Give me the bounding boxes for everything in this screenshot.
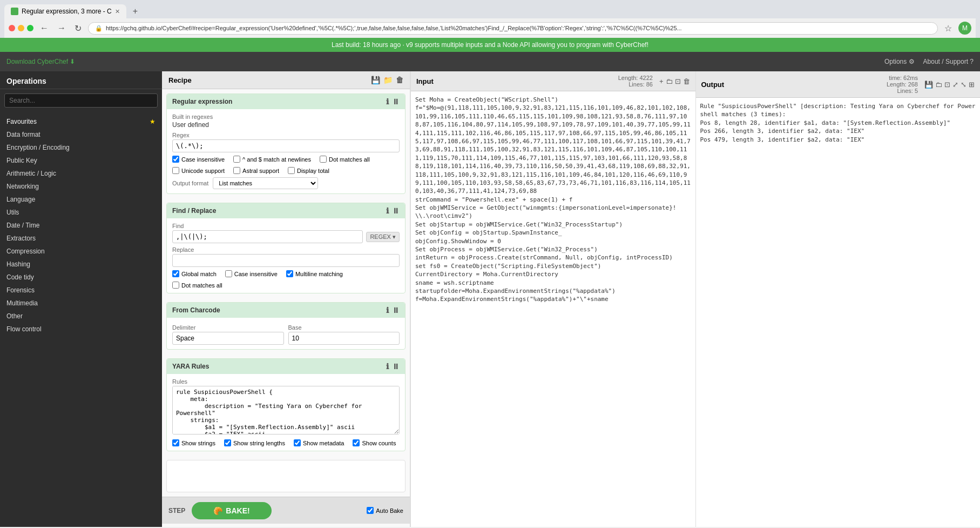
checkbox-newlines-input[interactable] (233, 156, 240, 163)
output-maximize-icon[interactable]: ⊞ (969, 81, 975, 89)
maximize-window-button[interactable] (27, 25, 33, 31)
profile-button[interactable]: M (958, 22, 971, 35)
minimize-window-button[interactable] (18, 25, 24, 31)
new-tab-button[interactable]: + (129, 4, 142, 18)
sidebar-item-extractors[interactable]: Extractors (0, 232, 162, 245)
op-block-find-replace-content: Find REGEX ▾ Replace Global match (167, 218, 405, 293)
regex-badge[interactable]: REGEX ▾ (366, 232, 400, 242)
checkbox-show-metadata-input[interactable] (294, 439, 301, 446)
sidebar-item-flow-control[interactable]: Flow control (0, 323, 162, 336)
op-yara-info-icon[interactable]: ℹ (386, 362, 389, 371)
main-panel: Recipe 💾 📁 🗑 Regular expression ℹ ⏸ (162, 71, 980, 527)
input-trash-icon[interactable]: 🗑 (683, 77, 690, 85)
checkbox-astral[interactable]: Astral support (233, 167, 279, 174)
sidebar-item-data-format[interactable]: Data format (0, 128, 162, 141)
checkbox-multiline[interactable]: Multiline matching (286, 270, 343, 277)
checkbox-display-total[interactable]: Display total (288, 167, 329, 174)
op-block-find-replace: Find / Replace ℹ ⏸ Find REGEX ▾ Replace (166, 203, 405, 293)
input-folder-icon[interactable]: 🗀 (666, 77, 673, 85)
delimiter-input[interactable] (172, 332, 284, 345)
download-link[interactable]: Download CyberChef ⬇ (6, 58, 75, 65)
checkbox-case-insensitive[interactable]: Case insensitive (172, 156, 225, 163)
output-expand-icon[interactable]: ⤢ (952, 81, 958, 89)
sidebar-item-datetime[interactable]: Date / Time (0, 219, 162, 232)
op-find-replace-info-icon[interactable]: ℹ (386, 206, 389, 215)
folder-recipe-icon[interactable]: 📁 (383, 76, 393, 84)
sidebar-item-code-tidy[interactable]: Code tidy (0, 271, 162, 284)
output-format-select[interactable]: List matches Highlight matches List capt… (213, 177, 318, 189)
output-save-icon[interactable]: 💾 (924, 81, 933, 89)
sidebar-item-utils[interactable]: Utils (0, 206, 162, 219)
sidebar-item-public-key[interactable]: Public Key (0, 154, 162, 167)
auto-bake-checkbox[interactable] (367, 507, 374, 514)
yara-rules-textarea[interactable]: rule SuspiciousPowerShell { meta: descri… (172, 386, 400, 435)
checkbox-unicode-input[interactable] (172, 167, 179, 174)
options-link[interactable]: Options ⚙ (884, 58, 915, 65)
output-format-row: Output format List matches Highlight mat… (172, 177, 400, 189)
op-regex-pause-icon[interactable]: ⏸ (392, 97, 400, 106)
checkbox-show-metadata[interactable]: Show metadata (294, 439, 344, 446)
op-from-charcode-info-icon[interactable]: ℹ (386, 306, 389, 315)
checkbox-show-counts-input[interactable] (353, 439, 360, 446)
checkbox-global-match-input[interactable] (172, 270, 179, 277)
sidebar-item-language[interactable]: Language (0, 193, 162, 206)
output-window-icon[interactable]: ⊡ (944, 81, 950, 89)
back-button[interactable]: ← (38, 22, 51, 34)
checkbox-fr-case-insensitive-input[interactable] (225, 270, 232, 277)
sidebar-item-compression[interactable]: Compression (0, 245, 162, 258)
op-block-yara-header: YARA Rules ℹ ⏸ (167, 359, 405, 374)
op-block-regex-icons: ℹ ⏸ (386, 97, 400, 106)
sidebar-item-multimedia[interactable]: Multimedia (0, 297, 162, 310)
checkbox-fr-dot-matches-input[interactable] (172, 282, 179, 289)
bookmark-button[interactable]: ☆ (942, 22, 954, 35)
search-input[interactable] (4, 93, 158, 108)
op-regex-info-icon[interactable]: ℹ (386, 97, 389, 106)
checkbox-newlines[interactable]: ^ and $ match at newlines (233, 156, 311, 163)
output-shrink-icon[interactable]: ⤡ (961, 81, 967, 89)
op-yara-pause-icon[interactable]: ⏸ (392, 362, 400, 371)
output-folder-icon[interactable]: 🗀 (935, 81, 942, 89)
sidebar-item-hashing[interactable]: Hashing (0, 258, 162, 271)
checkbox-global-match[interactable]: Global match (172, 270, 217, 277)
checkbox-show-counts[interactable]: Show counts (353, 439, 396, 446)
forward-button[interactable]: → (55, 22, 68, 34)
checkbox-dot-matches-input[interactable] (320, 156, 327, 163)
address-bar[interactable]: 🔒 https://gchq.github.io/CyberChef/#reci… (88, 22, 938, 35)
tab-close-button[interactable]: ✕ (115, 8, 120, 15)
checkbox-dot-matches[interactable]: Dot matches all (320, 156, 370, 163)
regex-input[interactable] (172, 139, 400, 152)
input-window-icon[interactable]: ⊡ (675, 77, 681, 85)
checkbox-multiline-input[interactable] (286, 270, 293, 277)
replace-input[interactable] (172, 254, 400, 267)
checkbox-show-string-lengths[interactable]: Show string lengths (224, 439, 285, 446)
checkbox-show-strings-input[interactable] (172, 439, 179, 446)
checkbox-fr-dot-matches[interactable]: Dot matches all (172, 282, 222, 289)
checkbox-astral-input[interactable] (233, 167, 240, 174)
about-link[interactable]: About / Support ? (923, 58, 974, 65)
checkbox-show-string-lengths-input[interactable] (224, 439, 231, 446)
save-recipe-icon[interactable]: 💾 (371, 76, 380, 84)
sidebar-item-encryption[interactable]: Encryption / Encoding (0, 141, 162, 154)
input-panel-title: Input (416, 77, 434, 85)
op-from-charcode-pause-icon[interactable]: ⏸ (392, 306, 400, 315)
sidebar-item-networking[interactable]: Networking (0, 180, 162, 193)
checkbox-unicode[interactable]: Unicode support (172, 167, 225, 174)
sidebar-item-favourites[interactable]: Favourites ★ (0, 115, 162, 128)
close-window-button[interactable] (9, 25, 15, 31)
trash-recipe-icon[interactable]: 🗑 (396, 76, 403, 84)
sidebar-item-other[interactable]: Other (0, 310, 162, 323)
checkbox-fr-case-insensitive[interactable]: Case insensitive (225, 270, 278, 277)
op-find-replace-pause-icon[interactable]: ⏸ (392, 206, 400, 215)
sidebar-item-arithmetic[interactable]: Arithmetic / Logic (0, 167, 162, 180)
input-add-icon[interactable]: + (659, 77, 664, 85)
checkbox-show-strings[interactable]: Show strings (172, 439, 215, 446)
find-input[interactable] (172, 230, 363, 243)
sidebar-item-forensics[interactable]: Forensics (0, 284, 162, 297)
bake-button[interactable]: 🥐 BAKE! (192, 502, 271, 519)
base-input[interactable] (288, 332, 400, 345)
checkbox-display-total-input[interactable] (288, 167, 295, 174)
input-content[interactable]: Set Moha = CreateObject("WScript.Shell")… (411, 91, 695, 527)
refresh-button[interactable]: ↻ (72, 22, 84, 35)
checkbox-case-insensitive-input[interactable] (172, 156, 179, 163)
browser-tab[interactable]: Regular expression, 3 more - C ✕ (4, 4, 126, 18)
